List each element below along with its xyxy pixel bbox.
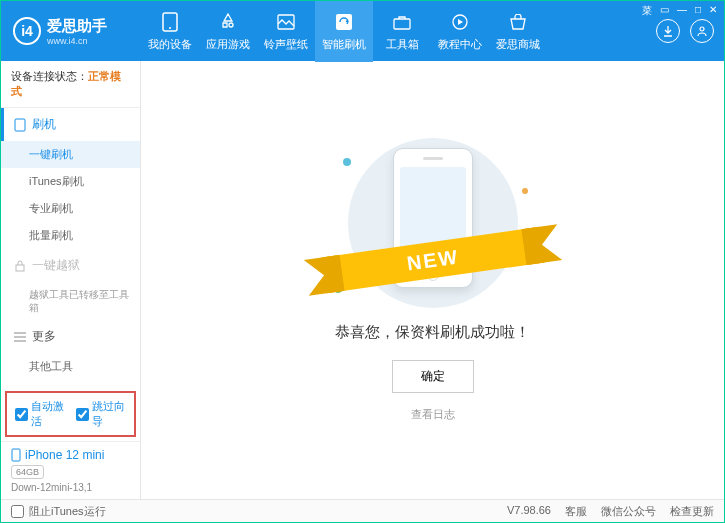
device-name[interactable]: iPhone 12 mini bbox=[11, 448, 130, 462]
chk-auto-activate[interactable]: 自动激活 bbox=[15, 399, 66, 429]
nav-ringtones[interactable]: 铃声壁纸 bbox=[257, 1, 315, 62]
svg-rect-4 bbox=[394, 19, 410, 29]
header-right bbox=[656, 19, 724, 43]
mi-other[interactable]: 其他工具 bbox=[1, 353, 140, 380]
menu-more[interactable]: 更多 bbox=[1, 320, 140, 353]
mi-pro[interactable]: 专业刷机 bbox=[1, 195, 140, 222]
version: V7.98.66 bbox=[507, 504, 551, 519]
phone-icon bbox=[141, 11, 199, 33]
nav-toolbox[interactable]: 工具箱 bbox=[373, 1, 431, 62]
chk-skip-guide[interactable]: 跳过向导 bbox=[76, 399, 127, 429]
mi-oneclick[interactable]: 一键刷机 bbox=[1, 141, 140, 168]
success-illustration: NEW bbox=[333, 138, 533, 308]
tutorial-icon bbox=[431, 11, 489, 33]
store-icon bbox=[489, 11, 547, 33]
logo-icon: i4 bbox=[13, 17, 41, 45]
jailbreak-note: 越狱工具已转移至工具箱 bbox=[1, 282, 140, 320]
download-icon[interactable] bbox=[656, 19, 680, 43]
connection-status: 设备连接状态：正常模式 bbox=[1, 61, 140, 108]
brand-url: www.i4.cn bbox=[47, 36, 107, 46]
nav-tutorials[interactable]: 教程中心 bbox=[431, 1, 489, 62]
mi-itunes[interactable]: iTunes刷机 bbox=[1, 168, 140, 195]
storage-badge: 64GB bbox=[11, 465, 44, 479]
device-icon bbox=[11, 448, 21, 462]
svg-rect-7 bbox=[15, 119, 25, 131]
nav-flash[interactable]: 智能刷机 bbox=[315, 1, 373, 62]
success-message: 恭喜您，保资料刷机成功啦！ bbox=[335, 323, 530, 342]
phone-small-icon bbox=[14, 118, 26, 132]
device-detail: Down-12mini-13,1 bbox=[11, 482, 130, 493]
lock-icon bbox=[14, 260, 26, 272]
update-link[interactable]: 检查更新 bbox=[670, 504, 714, 519]
user-icon[interactable] bbox=[690, 19, 714, 43]
flash-icon bbox=[315, 11, 373, 33]
maximize-icon[interactable]: □ bbox=[695, 4, 701, 18]
list-icon bbox=[14, 332, 26, 342]
menu-jailbreak: 一键越狱 bbox=[1, 249, 140, 282]
sidebar: 设备连接状态：正常模式 刷机 一键刷机 iTunes刷机 专业刷机 批量刷机 一… bbox=[1, 61, 141, 499]
toolbox-icon bbox=[373, 11, 431, 33]
header: i4 爱思助手 www.i4.cn 我的设备 应用游戏 铃声壁纸 智能刷机 工具… bbox=[1, 1, 724, 61]
confirm-button[interactable]: 确定 bbox=[392, 360, 474, 393]
side-menu: 刷机 一键刷机 iTunes刷机 专业刷机 批量刷机 一键越狱 越狱工具已转移至… bbox=[1, 108, 140, 387]
menu-icon[interactable]: 菜 bbox=[642, 4, 652, 18]
window-controls: 菜 ▭ — □ ✕ bbox=[642, 4, 717, 18]
block-itunes[interactable]: 阻止iTunes运行 bbox=[11, 504, 106, 519]
svg-rect-3 bbox=[336, 14, 352, 30]
restore-icon[interactable]: ▭ bbox=[660, 4, 669, 18]
main-content: NEW 恭喜您，保资料刷机成功啦！ 确定 查看日志 bbox=[141, 61, 724, 499]
footer: 阻止iTunes运行 V7.98.66 客服 微信公众号 检查更新 bbox=[1, 499, 724, 523]
wallpaper-icon bbox=[257, 11, 315, 33]
minimize-icon[interactable]: — bbox=[677, 4, 687, 18]
mi-firmware[interactable]: 下载固件 bbox=[1, 380, 140, 387]
brand-name: 爱思助手 bbox=[47, 17, 107, 36]
menu-flash[interactable]: 刷机 bbox=[1, 108, 140, 141]
svg-rect-9 bbox=[12, 449, 20, 461]
svg-rect-8 bbox=[16, 265, 24, 271]
svg-point-1 bbox=[169, 27, 171, 29]
nav-my-device[interactable]: 我的设备 bbox=[141, 1, 199, 62]
support-link[interactable]: 客服 bbox=[565, 504, 587, 519]
wechat-link[interactable]: 微信公众号 bbox=[601, 504, 656, 519]
nav-store[interactable]: 爱思商城 bbox=[489, 1, 547, 62]
apps-icon bbox=[199, 11, 257, 33]
svg-point-6 bbox=[700, 27, 704, 31]
checkbox-row: 自动激活 跳过向导 bbox=[5, 391, 136, 437]
view-log-link[interactable]: 查看日志 bbox=[411, 407, 455, 422]
nav-apps[interactable]: 应用游戏 bbox=[199, 1, 257, 62]
mi-batch[interactable]: 批量刷机 bbox=[1, 222, 140, 249]
device-panel: iPhone 12 mini 64GB Down-12mini-13,1 bbox=[1, 441, 140, 499]
logo: i4 爱思助手 www.i4.cn bbox=[1, 17, 141, 46]
close-icon[interactable]: ✕ bbox=[709, 4, 717, 18]
main-nav: 我的设备 应用游戏 铃声壁纸 智能刷机 工具箱 教程中心 爱思商城 bbox=[141, 1, 656, 62]
